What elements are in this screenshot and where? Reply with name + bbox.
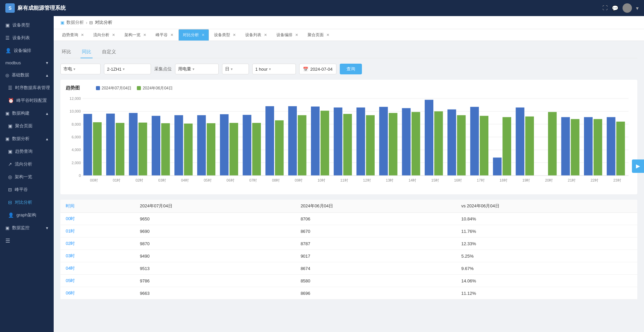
- breadcrumb: ▣ 数据分析 › ⊟ 对比分析: [54, 16, 644, 29]
- point-select[interactable]: 用电量 ▾: [175, 64, 219, 74]
- cell-time: 04时: [60, 262, 135, 275]
- svg-rect-18: [174, 115, 183, 176]
- svg-rect-17: [152, 116, 160, 176]
- arch-view-icon: ◎: [8, 174, 12, 180]
- tab-agg-page-label: 聚合页面: [308, 32, 324, 38]
- dropdown-arrow-icon[interactable]: ▾: [636, 5, 639, 11]
- sidebar-item-base-data[interactable]: ◎ 基础数据 ▴: [0, 69, 54, 81]
- sidebar-item-device-arrange[interactable]: 👤 设备编排: [0, 44, 54, 57]
- tab-device-arrange[interactable]: 设备编排 ✕: [272, 29, 303, 41]
- svg-rect-47: [298, 115, 307, 176]
- svg-text:16时: 16时: [454, 178, 462, 182]
- tab-compare-analysis[interactable]: 对比分析 ✕: [178, 29, 209, 41]
- svg-text:14时: 14时: [409, 178, 416, 182]
- sidebar-item-flow-analysis[interactable]: ↗ 流向分析: [3, 158, 54, 171]
- cell-vs: 9.67%: [456, 262, 637, 275]
- sidebar-item-arch-view[interactable]: ◎ 架构一览: [3, 171, 54, 183]
- svg-text:01时: 01时: [113, 178, 120, 182]
- tab-flow-analysis[interactable]: 流向分析 ✕: [89, 29, 119, 41]
- sidebar-item-peak-valley[interactable]: ⊟ 峰平谷: [3, 183, 54, 196]
- cell-vs: 14.06%: [456, 275, 637, 287]
- svg-text:0: 0: [79, 174, 81, 178]
- tab-trend-query-close[interactable]: ✕: [81, 33, 84, 37]
- svg-rect-15: [106, 114, 115, 176]
- trend-query-icon: ▣: [8, 149, 12, 154]
- svg-rect-28: [402, 108, 411, 176]
- tab-peak-valley[interactable]: 峰平谷 ✕: [151, 29, 178, 41]
- float-button[interactable]: ▶: [632, 159, 644, 173]
- col-time: 时间: [60, 200, 135, 213]
- sidebar-item-trend-query[interactable]: ▣ 趋势查询: [3, 145, 54, 158]
- page-content: 环比 同比 自定义 市电 ▾ 2-1ZH1 ▾ 采集点位: [54, 41, 644, 332]
- cell-val1: 9870: [135, 238, 295, 250]
- tab-agg-page-close[interactable]: ✕: [326, 33, 329, 37]
- svg-text:17时: 17时: [477, 178, 484, 182]
- query-button[interactable]: 查询: [340, 64, 362, 74]
- sidebar-item-peak-config[interactable]: ⏰ 峰平谷时段配置: [3, 94, 54, 107]
- sidebar-item-graph-arch[interactable]: 👤 graph架构: [3, 209, 54, 221]
- svg-text:07时: 07时: [249, 178, 257, 182]
- breadcrumb-item-2: 对比分析: [95, 19, 112, 25]
- svg-rect-22: [265, 106, 274, 176]
- sidebar-item-agg-page[interactable]: ▣ 聚合页面: [3, 120, 54, 132]
- sidebar-item-device-list[interactable]: ☰ 设备列表: [0, 31, 54, 44]
- avatar[interactable]: [623, 3, 632, 13]
- col-val1: 2024年07月04日: [135, 200, 295, 213]
- sidebar-hamburger[interactable]: ☰: [0, 234, 54, 247]
- svg-text:06时: 06时: [226, 178, 234, 182]
- svg-text:08时: 08时: [272, 178, 280, 182]
- svg-rect-41: [161, 123, 170, 176]
- sidebar-item-data-monitor[interactable]: ▣ 数据监控 ▾: [0, 221, 54, 234]
- sidebar-item-data-analysis[interactable]: ▣ 数据分析 ▴: [0, 132, 54, 145]
- tab-trend-query[interactable]: 趋势查询 ✕: [58, 29, 88, 41]
- sidebar-item-compare-analysis[interactable]: ⊟ 对比分析: [3, 196, 54, 209]
- tab-compare-analysis-close[interactable]: ✕: [202, 33, 205, 37]
- sidebar-item-timeseries[interactable]: ☰ 时序数据库表管理: [3, 81, 54, 94]
- sidebar-item-device-type[interactable]: ▣ 设备类型: [0, 19, 54, 31]
- sub-tab-yoy[interactable]: 同比: [80, 46, 93, 58]
- svg-text:09时: 09时: [295, 178, 303, 182]
- interval-arrow-icon: ▾: [269, 67, 271, 71]
- tab-device-arrange-close[interactable]: ✕: [295, 33, 298, 37]
- date-picker[interactable]: 📅 2024-07-04: [299, 64, 336, 74]
- power-source-select[interactable]: 市电 ▾: [60, 64, 101, 74]
- svg-text:02时: 02时: [136, 178, 143, 182]
- tab-peak-valley-close[interactable]: ✕: [170, 33, 173, 37]
- calendar-icon: 📅: [303, 67, 308, 72]
- device-arrow-icon: ▾: [123, 67, 125, 71]
- svg-rect-40: [139, 123, 147, 176]
- svg-rect-21: [243, 115, 252, 176]
- interval-select[interactable]: 1 hour ▾: [252, 64, 296, 74]
- sidebar-item-data-build[interactable]: ▣ 数据构建 ▴: [0, 107, 54, 120]
- sidebar-item-modbus[interactable]: modbus ▾: [0, 57, 54, 69]
- svg-text:05时: 05时: [204, 178, 211, 182]
- breadcrumb-separator: ›: [86, 20, 87, 25]
- logo-icon: S: [5, 3, 15, 13]
- expand-icon[interactable]: ⛶: [602, 5, 608, 11]
- tab-flow-analysis-close[interactable]: ✕: [112, 33, 115, 37]
- data-monitor-chevron-icon: ▾: [46, 225, 48, 230]
- tab-arch-view-close[interactable]: ✕: [143, 33, 146, 37]
- cell-vs: 12.33%: [456, 238, 637, 250]
- cell-time: 05时: [60, 275, 135, 287]
- tab-device-list[interactable]: 设备列表 ✕: [241, 29, 271, 41]
- app-title: 麻有成能源管理系统: [17, 5, 66, 12]
- svg-rect-46: [275, 120, 284, 176]
- message-icon[interactable]: 💬: [612, 5, 619, 11]
- tab-device-type-close[interactable]: ✕: [233, 33, 236, 37]
- tab-agg-page[interactable]: 聚合页面 ✕: [303, 29, 334, 41]
- tab-flow-analysis-label: 流向分析: [93, 32, 109, 38]
- device-select[interactable]: 2-1ZH1 ▾: [104, 64, 151, 74]
- cell-val1: 9663: [135, 287, 295, 300]
- svg-rect-20: [220, 114, 229, 176]
- period-select[interactable]: 日 ▾: [222, 64, 249, 74]
- svg-text:00时: 00时: [90, 178, 98, 182]
- sub-tab-custom[interactable]: 自定义: [101, 46, 117, 58]
- sub-tab-period[interactable]: 环比: [60, 46, 72, 58]
- tab-device-type[interactable]: 设备类型 ✕: [210, 29, 240, 41]
- tab-device-list-close[interactable]: ✕: [264, 33, 267, 37]
- svg-rect-32: [493, 157, 502, 176]
- svg-rect-39: [116, 123, 124, 176]
- sidebar: ▣ 设备类型 ☰ 设备列表 👤 设备编排 modbus ▾ ◎ 基础数据 ▴: [0, 16, 54, 332]
- tab-arch-view[interactable]: 架构一览 ✕: [120, 29, 151, 41]
